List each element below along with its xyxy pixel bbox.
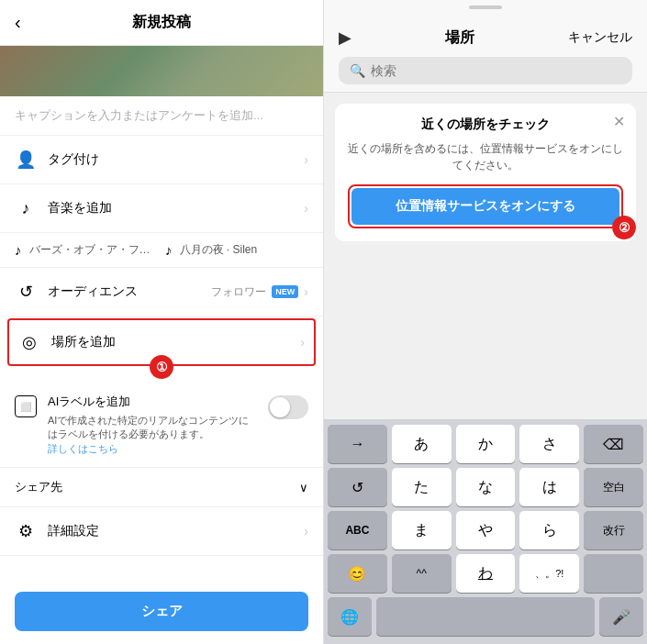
key-ma[interactable]: ま (392, 511, 452, 550)
key-mic[interactable]: 🎤 (599, 597, 643, 636)
location-chevron-icon: › (300, 335, 305, 350)
share-btn-container: シェア (0, 579, 323, 644)
audience-label: オーディエンス (48, 283, 211, 300)
ai-label-title: AIラベルを追加 (48, 394, 257, 410)
audience-right: フォロワー NEW (211, 284, 298, 300)
location-check-title: 近くの場所をチェック (348, 117, 623, 133)
keyboard-row-3: ABC ま や ら 改行 (328, 511, 643, 550)
location-check-box: ✕ 近くの場所をチェック 近くの場所を含めるには、位置情報サービスをオンにしてく… (335, 104, 636, 241)
new-badge: NEW (272, 285, 298, 298)
settings-menu-item[interactable]: ⚙ 詳細設定 › (0, 507, 323, 556)
tag-chevron-icon: › (304, 152, 308, 167)
tag-icon: 👤 (15, 149, 37, 171)
key-enter[interactable]: 改行 (584, 511, 643, 550)
key-ka[interactable]: か (456, 425, 516, 463)
ai-label-desc: AIで作成された特定のリアルなコンテンツにはラベルを付ける必要があります。 詳し… (48, 414, 257, 456)
key-ha[interactable]: は (519, 468, 579, 506)
key-ra[interactable]: ら (519, 511, 579, 550)
key-ya[interactable]: や (456, 511, 516, 550)
tag-menu-item[interactable]: 👤 タグ付け › (0, 136, 323, 184)
step-badge-2: ② (612, 216, 636, 239)
left-header: ‹ 新規投稿 (0, 0, 323, 46)
audience-chevron-icon: › (304, 284, 308, 299)
audience-icon: ↺ (15, 281, 37, 303)
audience-followers: フォロワー (211, 284, 266, 300)
key-wa[interactable]: わ (456, 554, 516, 593)
key-undo[interactable]: ↺ (328, 468, 387, 506)
share-section-header[interactable]: シェア先 ∨ (0, 468, 323, 507)
key-globe[interactable]: 🌐 (328, 597, 372, 636)
tag-label: タグ付け (48, 151, 304, 168)
page-title: 新規投稿 (132, 13, 191, 32)
search-icon: 🔍 (350, 63, 365, 78)
key-na[interactable]: な (456, 468, 516, 506)
key-space[interactable]: 空白 (584, 468, 643, 506)
music-icon: ♪ (15, 197, 37, 219)
keyboard-row-2: ↺ た な は 空白 (328, 468, 643, 506)
ai-label-section: ⬜ AIラベルを追加 AIで作成された特定のリアルなコンテンツにはラベルを付ける… (0, 383, 323, 468)
location-panel-title: 場所 (445, 28, 474, 48)
key-punct[interactable]: 、。?! (519, 554, 579, 593)
key-ta[interactable]: た (392, 468, 452, 506)
enable-location-wrapper: 位置情報サービスをオンにする ② (348, 184, 623, 228)
search-input[interactable] (371, 63, 621, 78)
caption-placeholder: キャプションを入力またはアンケートを追加... (15, 108, 263, 122)
location-nav-icon: ▶ (339, 28, 351, 48)
music-track-icon-2: ♪ (165, 242, 173, 258)
ai-toggle[interactable] (268, 395, 308, 419)
key-backspace[interactable]: ⌫ (584, 425, 643, 463)
step-badge-1: ① (150, 355, 173, 379)
music-add-item[interactable]: ♪ 音楽を追加 › (0, 184, 323, 233)
music-tracks-row[interactable]: ♪ バーズ・オブ・ア・フェザー... ♪ 八月の夜 · Silen (0, 233, 323, 268)
location-label: 場所を追加 (51, 334, 300, 350)
ai-icon: ⬜ (15, 395, 37, 417)
share-section-chevron-icon: ∨ (299, 481, 308, 494)
ai-content: AIラベルを追加 AIで作成された特定のリアルなコンテンツにはラベルを付ける必要… (48, 394, 257, 456)
key-caret[interactable]: ^^ (392, 554, 452, 593)
music-add-label: 音楽を追加 (48, 200, 304, 217)
key-abc[interactable]: ABC (328, 511, 387, 550)
search-bar[interactable]: 🔍 (339, 57, 632, 84)
settings-icon: ⚙ (15, 520, 37, 542)
music-track-2: 八月の夜 · Silen (180, 242, 309, 258)
enable-location-button[interactable]: 位置情報サービスをオンにする (351, 188, 619, 225)
location-top-bar: ▶ 場所 キャンセル (339, 28, 632, 48)
caption-area[interactable]: キャプションを入力またはアンケートを追加... (0, 96, 323, 136)
share-section-label: シェア先 (15, 479, 62, 495)
menu-section: 👤 タグ付け › ♪ 音楽を追加 › ♪ バーズ・オブ・ア・フェザー... ♪ … (0, 136, 323, 579)
music-track-icon-1: ♪ (15, 242, 22, 258)
right-panel: ▶ 場所 キャンセル 🔍 ✕ 近くの場所をチェック 近くの場所を含めるには、位置… (324, 0, 647, 644)
keyboard-row-1: → あ か さ ⌫ (328, 425, 643, 463)
key-arrow[interactable]: → (328, 425, 387, 463)
music-track-1: バーズ・オブ・ア・フェザー... (29, 242, 159, 258)
close-icon[interactable]: ✕ (613, 113, 625, 130)
drag-handle (469, 6, 502, 9)
back-button[interactable]: ‹ (15, 12, 21, 33)
keyboard: → あ か さ ⌫ ↺ た な は 空白 ABC ま や ら 改行 😊 ^^ わ… (324, 419, 647, 644)
settings-chevron-icon: › (304, 524, 308, 539)
location-icon: ◎ (18, 331, 40, 353)
settings-label: 詳細設定 (48, 523, 304, 539)
key-empty (584, 554, 643, 593)
right-header: ▶ 場所 キャンセル 🔍 (324, 15, 647, 93)
music-chevron-icon: › (304, 201, 308, 216)
key-a[interactable]: あ (392, 425, 452, 463)
toggle-knob (270, 397, 290, 417)
left-panel: ‹ 新規投稿 キャプションを入力またはアンケートを追加... 👤 タグ付け › … (0, 0, 324, 644)
key-spacebar[interactable] (376, 597, 596, 636)
key-sa[interactable]: さ (519, 425, 579, 463)
cancel-button[interactable]: キャンセル (568, 29, 632, 46)
keyboard-row-4: 😊 ^^ わ 、。?! (328, 554, 643, 593)
photo-preview (0, 46, 323, 96)
keyboard-bottom-row: 🌐 🎤 (328, 597, 643, 636)
key-emoji[interactable]: 😊 (328, 554, 387, 593)
ai-link[interactable]: 詳しくはこちら (48, 443, 118, 454)
audience-menu-item[interactable]: ↺ オーディエンス フォロワー NEW › (0, 268, 323, 316)
share-button[interactable]: シェア (15, 592, 308, 631)
drag-handle-area (324, 0, 647, 15)
location-check-desc: 近くの場所を含めるには、位置情報サービスをオンにしてください。 (348, 140, 623, 173)
